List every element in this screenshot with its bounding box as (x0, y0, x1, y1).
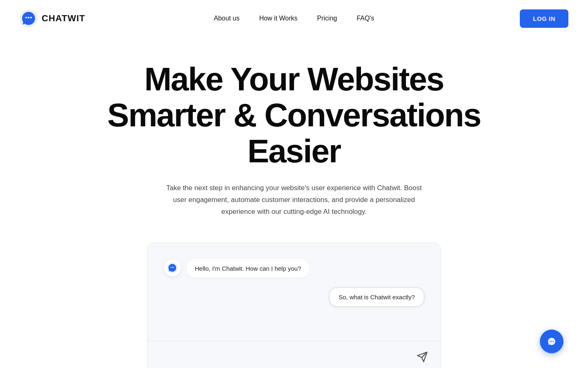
nav-faq[interactable]: FAQ's (356, 15, 374, 22)
hero-title-line1: Make Your Websites (144, 61, 443, 97)
chat-messages: Hello, I'm Chatwit. How can I help you? … (164, 259, 424, 307)
hero-subtitle: Take the next step in enhancing your web… (163, 182, 425, 218)
login-button[interactable]: LOG IN (520, 9, 568, 28)
user-bubble: So, what is Chatwit exactly? (329, 287, 424, 307)
nav-about[interactable]: About us (214, 15, 239, 22)
svg-point-6 (550, 341, 550, 342)
hero-title-line2: Smarter & Conversations Easier (107, 97, 481, 169)
chat-demo: Hello, I'm Chatwit. How can I help you? … (147, 242, 441, 368)
svg-point-3 (172, 267, 173, 267)
svg-point-2 (170, 267, 171, 267)
svg-point-4 (173, 267, 174, 267)
send-button[interactable] (414, 348, 431, 366)
chat-widget-icon (546, 336, 557, 347)
nav-pricing[interactable]: Pricing (317, 15, 337, 22)
bot-avatar-icon (167, 263, 178, 273)
navbar: CHATWIT About us How it Works Pricing FA… (0, 0, 588, 37)
user-message-row: So, what is Chatwit exactly? (164, 287, 424, 307)
send-icon (416, 351, 428, 363)
nav-how[interactable]: How it Works (259, 15, 298, 22)
hero-section: Make Your Websites Smarter & Conversatio… (0, 37, 588, 368)
bot-bubble: Hello, I'm Chatwit. How can I help you? (187, 259, 309, 278)
hero-title: Make Your Websites Smarter & Conversatio… (69, 61, 519, 169)
logo-icon (20, 9, 38, 27)
chat-input-area (147, 341, 441, 368)
svg-point-8 (553, 341, 554, 342)
bot-message-row: Hello, I'm Chatwit. How can I help you? (164, 259, 424, 278)
logo-text: CHATWIT (42, 13, 85, 24)
chat-widget-float[interactable] (540, 330, 564, 353)
bot-avatar (164, 259, 181, 276)
nav-links: About us How it Works Pricing FAQ's (214, 15, 374, 22)
svg-point-7 (551, 341, 552, 342)
logo[interactable]: CHATWIT (20, 9, 85, 27)
